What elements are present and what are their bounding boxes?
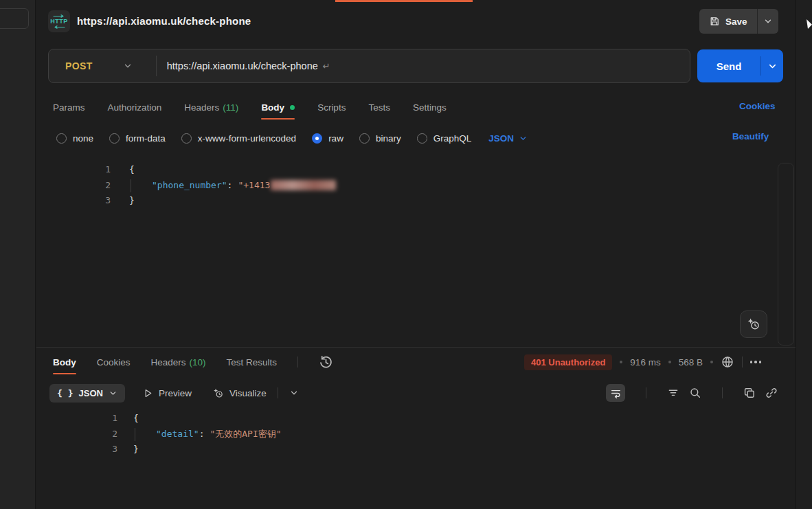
tab-scripts[interactable]: Scripts <box>317 102 346 113</box>
link-button[interactable] <box>765 387 778 399</box>
response-size[interactable]: 568 B <box>679 357 703 367</box>
radio-x-www-form-urlencoded[interactable]: x-www-form-urlencoded <box>181 133 296 144</box>
sparkle-icon <box>212 387 224 399</box>
more-options-icon[interactable] <box>750 361 762 363</box>
request-url-bar[interactable]: POST https://api.xiaomu.uk/check-phone ↵ <box>48 49 690 83</box>
http-protocol-icon: HTTP <box>48 10 70 32</box>
request-body-editor[interactable]: 1 { 2 "phone_number":"+1413 3 } <box>36 162 778 209</box>
request-tab-bar: Params Authorization Headers(11) Body Sc… <box>53 96 447 118</box>
beautify-link[interactable]: Beautify <box>732 131 769 142</box>
braces-icon: { } <box>57 388 73 398</box>
radio-circle-checked[interactable] <box>312 133 322 144</box>
json-value: "无效的API密钥" <box>210 427 281 442</box>
filter-icon <box>667 387 679 399</box>
postbot-sparkle-icon <box>746 317 761 332</box>
radio-form-data[interactable]: form-data <box>109 133 166 144</box>
toolbar-divider <box>742 357 743 367</box>
postbot-ai-button[interactable] <box>740 310 767 338</box>
send-button[interactable]: Send <box>697 49 760 82</box>
radio-circle[interactable] <box>181 133 192 144</box>
globe-icon <box>721 355 734 369</box>
radio-binary[interactable]: binary <box>359 133 401 144</box>
toolbar-divider <box>722 387 723 398</box>
filter-button[interactable] <box>667 387 679 399</box>
radio-circle[interactable] <box>359 133 370 144</box>
sidebar-collapsed-item[interactable] <box>0 8 29 29</box>
preview-button[interactable]: Preview <box>143 388 192 398</box>
tab-headers[interactable]: Headers(11) <box>184 102 238 113</box>
code-line[interactable]: 2 "phone_number":"+1413 <box>36 178 778 194</box>
method-selector[interactable]: POST <box>49 60 93 71</box>
search-button[interactable] <box>689 387 701 399</box>
code-line[interactable]: 2 "detail":"无效的API密钥" <box>36 427 778 442</box>
code-line[interactable]: 3 } <box>36 193 778 209</box>
tab-settings[interactable]: Settings <box>413 102 447 113</box>
request-title: https://api.xiaomu.uk/check-phone <box>77 15 251 27</box>
status-badge[interactable]: 401 Unauthorized <box>524 354 612 370</box>
send-options-button[interactable] <box>761 49 783 82</box>
network-info-button[interactable] <box>721 355 734 369</box>
json-key: "phone_number" <box>152 178 227 194</box>
save-button[interactable]: Save <box>699 9 757 34</box>
line-number: 2 <box>36 178 111 194</box>
radio-circle[interactable] <box>56 133 67 144</box>
radio-circle[interactable] <box>109 133 120 144</box>
response-tab-body[interactable]: Body <box>53 357 76 367</box>
tab-params[interactable]: Params <box>53 102 85 113</box>
response-toolbar-right <box>606 381 778 405</box>
wrap-text-icon <box>610 387 622 399</box>
toolbar-divider <box>278 387 278 398</box>
json-colon: : <box>227 178 233 194</box>
radio-circle[interactable] <box>417 133 427 144</box>
left-sidebar[interactable] <box>0 0 36 509</box>
code-content: { <box>129 162 135 178</box>
dot-separator <box>668 361 671 363</box>
response-body-editor[interactable]: 1 { 2 "detail":"无效的API密钥" 3 } <box>36 411 778 457</box>
response-tab-test-results[interactable]: Test Results <box>227 357 278 367</box>
save-button-label: Save <box>725 16 747 27</box>
code-content: } <box>129 193 135 209</box>
api-client-window: HTTP https://api.xiaomu.uk/check-phone S… <box>0 0 812 509</box>
code-content: "phone_number":"+1413 <box>129 178 336 194</box>
radio-graphql[interactable]: GraphQL <box>417 133 472 144</box>
request-header: HTTP https://api.xiaomu.uk/check-phone S… <box>36 0 796 43</box>
link-icon <box>765 387 778 399</box>
response-format-dropdown[interactable]: { } JSON <box>49 384 125 403</box>
response-tab-cookies[interactable]: Cookies <box>97 357 131 367</box>
response-status-row: 401 Unauthorized 916 ms 568 B <box>524 353 761 371</box>
tab-authorization[interactable]: Authorization <box>108 102 162 113</box>
play-icon <box>143 388 153 398</box>
code-line[interactable]: 3 } <box>36 442 778 457</box>
radio-none[interactable]: none <box>56 133 93 144</box>
tab-body[interactable]: Body <box>261 102 295 113</box>
copy-icon <box>743 387 756 399</box>
cookies-link[interactable]: Cookies <box>739 101 776 111</box>
code-content: "detail":"无效的API密钥" <box>133 427 282 442</box>
copy-button[interactable] <box>743 387 756 399</box>
toolbar-expand-button[interactable] <box>289 388 299 398</box>
tab-tests[interactable]: Tests <box>368 102 390 113</box>
wrap-text-button[interactable] <box>606 384 625 402</box>
editor-scrollbar-track[interactable] <box>778 163 794 346</box>
save-icon <box>709 16 720 27</box>
send-button-group: Send <box>697 49 783 82</box>
request-response-divider[interactable] <box>36 347 796 348</box>
radio-raw[interactable]: raw <box>312 133 343 144</box>
url-input[interactable]: https://api.xiaomu.uk/check-phone <box>167 60 318 71</box>
json-colon: : <box>199 427 205 442</box>
code-line[interactable]: 1 { <box>36 162 778 178</box>
redacted-phone-digits <box>271 180 336 190</box>
code-line[interactable]: 1 { <box>36 411 778 427</box>
response-history-button[interactable] <box>319 355 333 370</box>
line-number: 2 <box>36 427 117 442</box>
response-tab-headers[interactable]: Headers(10) <box>151 357 206 367</box>
raw-format-dropdown[interactable]: JSON <box>488 133 528 144</box>
dot-separator <box>620 361 622 363</box>
chevron-down-icon <box>289 388 299 398</box>
save-options-button[interactable] <box>758 9 778 34</box>
response-time[interactable]: 916 ms <box>630 357 660 367</box>
chevron-down-icon <box>109 389 117 398</box>
chevron-down-icon <box>763 16 773 26</box>
method-chevron-icon[interactable] <box>123 61 133 71</box>
visualize-button[interactable]: Visualize <box>212 387 267 399</box>
